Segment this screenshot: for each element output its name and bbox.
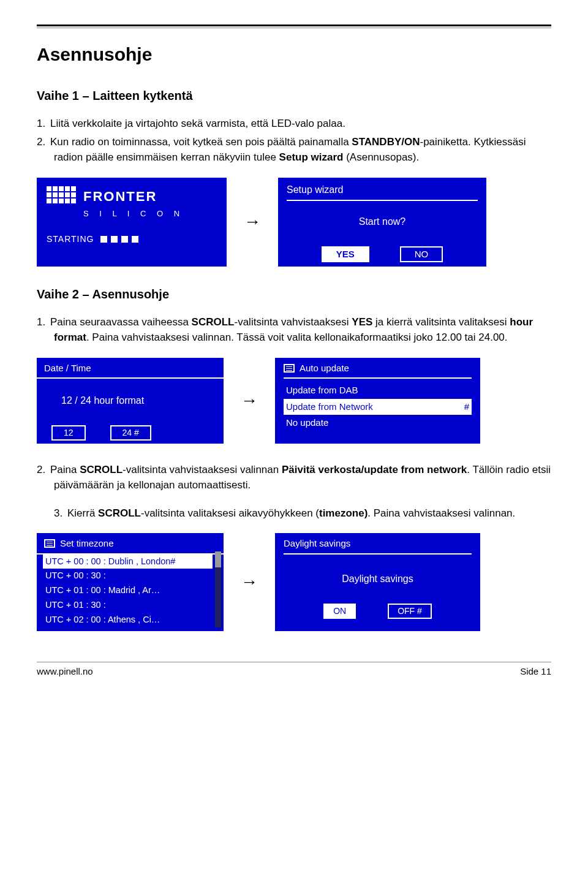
tz-row-3[interactable]: UTC + 01 : 30 : (43, 598, 213, 613)
update-none[interactable]: No update (284, 415, 472, 431)
row-boot-wizard: FRONTER S I L I C O N STARTING → Setup w… (37, 178, 551, 267)
scrollbar[interactable] (215, 551, 221, 627)
logo-text: FRONTER S I L I C O N (83, 186, 184, 220)
daylight-on[interactable]: ON (323, 604, 356, 619)
step1-li1: 1.Liitä verkkolaite ja virtajohto sekä v… (37, 116, 551, 132)
step2-list: 1.Paina seuraavassa vaiheessa SCROLL-val… (37, 314, 551, 346)
tz-row-1[interactable]: UTC + 00 : 30 : (43, 569, 213, 583)
tail-list: 2.Paina SCROLL-valitsinta vahvistaaksesi… (37, 462, 551, 493)
screen-daylight-savings: Daylight savings Daylight savings ON OFF… (275, 533, 480, 631)
page-title: Asennusohje (37, 40, 551, 68)
daylight-off[interactable]: OFF # (388, 604, 432, 619)
tail-li3: 3.Kierrä SCROLL-valitsinta valitaksesi a… (37, 505, 551, 521)
list-icon (284, 364, 295, 373)
tail-li2: 2.Paina SCROLL-valitsinta vahvistaaksesi… (37, 462, 551, 493)
logo-dots-icon (47, 186, 76, 203)
header-rule (37, 25, 551, 28)
step1-li2: 2.Kun radio on toiminnassa, voit kytkeä … (37, 134, 551, 165)
screen-date-time: Date / Time 12 / 24 hour format 12 24 # (37, 358, 224, 444)
option-12[interactable]: 12 (51, 425, 86, 441)
step1-list: 1.Liitä verkkolaite ja virtajohto sekä v… (37, 116, 551, 165)
step1-heading: Vaihe 1 – Laitteen kytkentä (37, 86, 551, 105)
update-dab[interactable]: Update from DAB (284, 382, 472, 399)
tz-row-4[interactable]: UTC + 02 : 00 : Athens , Ci… (43, 613, 213, 627)
tz-row-0[interactable]: UTC + 00 : 00 : Dublin , London# (43, 555, 213, 569)
progress-squares-icon (100, 236, 138, 243)
update-network[interactable]: Update from Network# (284, 399, 472, 415)
arrow-right-icon: → (241, 569, 258, 595)
footer-url[interactable]: www.pinell.no (37, 665, 93, 679)
row-datetime-update: Date / Time 12 / 24 hour format 12 24 # … (37, 358, 551, 444)
starting-label: STARTING (47, 233, 217, 246)
no-button[interactable]: NO (400, 246, 443, 263)
screen-set-timezone: Set timezone UTC + 00 : 00 : Dublin , Lo… (37, 533, 224, 631)
arrow-right-icon: → (241, 388, 258, 414)
screen-boot: FRONTER S I L I C O N STARTING (37, 178, 227, 267)
yes-button[interactable]: YES (322, 246, 369, 263)
screen-setup-wizard: Setup wizard Start now? YES NO (278, 178, 486, 267)
footer: www.pinell.no Side 11 (37, 662, 551, 679)
step2-heading: Vaihe 2 – Asennusohje (37, 285, 551, 303)
footer-page: Side 11 (520, 665, 551, 679)
arrow-right-icon: → (244, 209, 261, 235)
option-24[interactable]: 24 # (110, 425, 151, 441)
tz-row-2[interactable]: UTC + 01 : 00 : Madrid , Ar… (43, 583, 213, 598)
screen-auto-update: Auto update Update from DAB Update from … (275, 358, 480, 444)
step2-li1: 1.Paina seuraavassa vaiheessa SCROLL-val… (37, 314, 551, 346)
row-tz-daylight: Set timezone UTC + 00 : 00 : Dublin , Lo… (37, 533, 551, 631)
list-icon (44, 539, 55, 548)
